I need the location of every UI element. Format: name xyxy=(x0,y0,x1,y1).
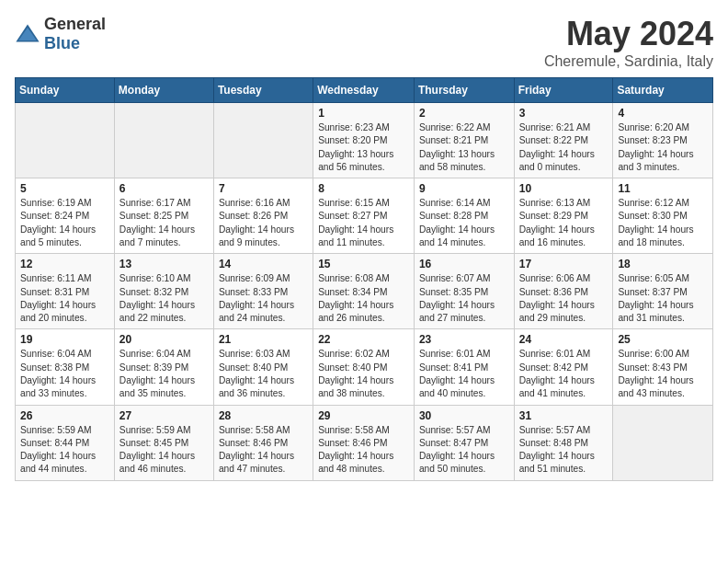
weekday-header: Saturday xyxy=(613,78,713,103)
day-number: 25 xyxy=(618,333,708,346)
calendar-cell xyxy=(613,405,713,480)
calendar-week-row: 12Sunrise: 6:11 AM Sunset: 8:31 PM Dayli… xyxy=(16,254,713,329)
calendar-table: SundayMondayTuesdayWednesdayThursdayFrid… xyxy=(15,77,713,481)
day-number: 23 xyxy=(419,333,509,346)
day-info: Sunrise: 6:03 AM Sunset: 8:40 PM Dayligh… xyxy=(219,348,308,400)
day-info: Sunrise: 6:08 AM Sunset: 8:34 PM Dayligh… xyxy=(318,272,409,325)
day-info: Sunrise: 6:21 AM Sunset: 8:22 PM Dayligh… xyxy=(519,121,609,174)
day-number: 1 xyxy=(318,107,409,120)
day-info: Sunrise: 6:22 AM Sunset: 8:21 PM Dayligh… xyxy=(419,121,509,174)
weekday-header: Monday xyxy=(114,78,213,103)
calendar-cell: 7Sunrise: 6:16 AM Sunset: 8:26 PM Daylig… xyxy=(213,178,313,254)
day-info: Sunrise: 6:06 AM Sunset: 8:36 PM Dayligh… xyxy=(519,272,609,325)
weekday-header: Sunday xyxy=(16,78,115,103)
day-info: Sunrise: 5:58 AM Sunset: 8:46 PM Dayligh… xyxy=(318,424,409,477)
day-number: 24 xyxy=(519,333,609,346)
day-number: 15 xyxy=(318,258,409,270)
calendar-cell: 27Sunrise: 5:59 AM Sunset: 8:45 PM Dayli… xyxy=(114,405,213,480)
calendar-cell: 23Sunrise: 6:01 AM Sunset: 8:41 PM Dayli… xyxy=(414,329,514,405)
calendar-cell: 20Sunrise: 6:04 AM Sunset: 8:39 PM Dayli… xyxy=(114,329,213,405)
calendar-cell xyxy=(114,103,213,178)
day-number: 11 xyxy=(618,182,708,195)
calendar-cell: 16Sunrise: 6:07 AM Sunset: 8:35 PM Dayli… xyxy=(414,254,514,329)
weekday-header-row: SundayMondayTuesdayWednesdayThursdayFrid… xyxy=(16,78,713,103)
day-number: 12 xyxy=(20,258,109,270)
calendar-cell: 2Sunrise: 6:22 AM Sunset: 8:21 PM Daylig… xyxy=(414,103,514,178)
day-info: Sunrise: 6:10 AM Sunset: 8:32 PM Dayligh… xyxy=(119,272,209,325)
day-number: 31 xyxy=(519,409,609,422)
day-number: 18 xyxy=(618,258,708,270)
day-number: 29 xyxy=(318,409,409,422)
calendar-cell xyxy=(16,103,115,178)
calendar-cell: 9Sunrise: 6:14 AM Sunset: 8:28 PM Daylig… xyxy=(414,178,514,254)
calendar-cell: 3Sunrise: 6:21 AM Sunset: 8:22 PM Daylig… xyxy=(514,103,613,178)
day-number: 14 xyxy=(219,258,308,270)
day-info: Sunrise: 5:57 AM Sunset: 8:48 PM Dayligh… xyxy=(519,424,609,477)
day-number: 4 xyxy=(618,107,708,120)
day-info: Sunrise: 6:14 AM Sunset: 8:28 PM Dayligh… xyxy=(419,197,509,249)
day-info: Sunrise: 6:07 AM Sunset: 8:35 PM Dayligh… xyxy=(419,272,509,325)
day-info: Sunrise: 6:09 AM Sunset: 8:33 PM Dayligh… xyxy=(219,272,308,325)
weekday-header: Friday xyxy=(514,78,613,103)
calendar-cell: 25Sunrise: 6:00 AM Sunset: 8:43 PM Dayli… xyxy=(613,329,713,405)
calendar-week-row: 5Sunrise: 6:19 AM Sunset: 8:24 PM Daylig… xyxy=(16,178,713,254)
day-info: Sunrise: 5:59 AM Sunset: 8:45 PM Dayligh… xyxy=(119,424,209,477)
day-info: Sunrise: 5:57 AM Sunset: 8:47 PM Dayligh… xyxy=(419,424,509,477)
day-number: 6 xyxy=(119,182,209,195)
day-number: 28 xyxy=(219,409,308,422)
day-info: Sunrise: 6:15 AM Sunset: 8:27 PM Dayligh… xyxy=(318,197,409,249)
day-info: Sunrise: 6:04 AM Sunset: 8:38 PM Dayligh… xyxy=(20,348,109,400)
day-info: Sunrise: 6:04 AM Sunset: 8:39 PM Dayligh… xyxy=(119,348,209,400)
calendar-cell: 24Sunrise: 6:01 AM Sunset: 8:42 PM Dayli… xyxy=(514,329,613,405)
calendar-cell: 11Sunrise: 6:12 AM Sunset: 8:30 PM Dayli… xyxy=(613,178,713,254)
calendar-cell: 21Sunrise: 6:03 AM Sunset: 8:40 PM Dayli… xyxy=(213,329,313,405)
day-number: 27 xyxy=(119,409,209,422)
day-number: 7 xyxy=(219,182,308,195)
day-info: Sunrise: 6:05 AM Sunset: 8:37 PM Dayligh… xyxy=(618,272,708,325)
day-number: 2 xyxy=(419,107,509,120)
day-info: Sunrise: 6:02 AM Sunset: 8:40 PM Dayligh… xyxy=(318,348,409,400)
weekday-header: Thursday xyxy=(414,78,514,103)
calendar-cell: 31Sunrise: 5:57 AM Sunset: 8:48 PM Dayli… xyxy=(514,405,613,480)
day-number: 8 xyxy=(318,182,409,195)
title-section: May 2024 Cheremule, Sardinia, Italy xyxy=(544,15,713,70)
weekday-header: Wednesday xyxy=(313,78,415,103)
day-number: 22 xyxy=(318,333,409,346)
day-number: 17 xyxy=(519,258,609,270)
weekday-header: Tuesday xyxy=(213,78,313,103)
calendar-cell: 26Sunrise: 5:59 AM Sunset: 8:44 PM Dayli… xyxy=(16,405,115,480)
day-info: Sunrise: 6:20 AM Sunset: 8:23 PM Dayligh… xyxy=(618,121,708,174)
logo-blue: Blue xyxy=(44,34,80,52)
day-info: Sunrise: 6:01 AM Sunset: 8:41 PM Dayligh… xyxy=(419,348,509,400)
calendar-cell: 8Sunrise: 6:15 AM Sunset: 8:27 PM Daylig… xyxy=(313,178,415,254)
calendar-cell: 29Sunrise: 5:58 AM Sunset: 8:46 PM Dayli… xyxy=(313,405,415,480)
day-number: 21 xyxy=(219,333,308,346)
calendar-cell: 14Sunrise: 6:09 AM Sunset: 8:33 PM Dayli… xyxy=(213,254,313,329)
day-number: 19 xyxy=(20,333,109,346)
day-info: Sunrise: 6:12 AM Sunset: 8:30 PM Dayligh… xyxy=(618,197,708,249)
day-number: 5 xyxy=(20,182,109,195)
calendar-cell xyxy=(213,103,313,178)
day-number: 13 xyxy=(119,258,209,270)
calendar-cell: 10Sunrise: 6:13 AM Sunset: 8:29 PM Dayli… xyxy=(514,178,613,254)
calendar-cell: 18Sunrise: 6:05 AM Sunset: 8:37 PM Dayli… xyxy=(613,254,713,329)
day-number: 3 xyxy=(519,107,609,120)
calendar-cell: 28Sunrise: 5:58 AM Sunset: 8:46 PM Dayli… xyxy=(213,405,313,480)
day-info: Sunrise: 6:23 AM Sunset: 8:20 PM Dayligh… xyxy=(318,121,409,174)
calendar-cell: 13Sunrise: 6:10 AM Sunset: 8:32 PM Dayli… xyxy=(114,254,213,329)
day-number: 30 xyxy=(419,409,509,422)
day-info: Sunrise: 6:17 AM Sunset: 8:25 PM Dayligh… xyxy=(119,197,209,249)
logo: General Blue xyxy=(15,15,106,53)
calendar-cell: 5Sunrise: 6:19 AM Sunset: 8:24 PM Daylig… xyxy=(16,178,115,254)
day-info: Sunrise: 6:01 AM Sunset: 8:42 PM Dayligh… xyxy=(519,348,609,400)
day-number: 16 xyxy=(419,258,509,270)
calendar-cell: 19Sunrise: 6:04 AM Sunset: 8:38 PM Dayli… xyxy=(16,329,115,405)
calendar-cell: 17Sunrise: 6:06 AM Sunset: 8:36 PM Dayli… xyxy=(514,254,613,329)
day-info: Sunrise: 6:16 AM Sunset: 8:26 PM Dayligh… xyxy=(219,197,308,249)
location-subtitle: Cheremule, Sardinia, Italy xyxy=(544,53,713,70)
day-info: Sunrise: 6:19 AM Sunset: 8:24 PM Dayligh… xyxy=(20,197,109,249)
calendar-cell: 15Sunrise: 6:08 AM Sunset: 8:34 PM Dayli… xyxy=(313,254,415,329)
day-number: 9 xyxy=(419,182,509,195)
day-info: Sunrise: 6:11 AM Sunset: 8:31 PM Dayligh… xyxy=(20,272,109,325)
logo-icon xyxy=(15,21,40,47)
